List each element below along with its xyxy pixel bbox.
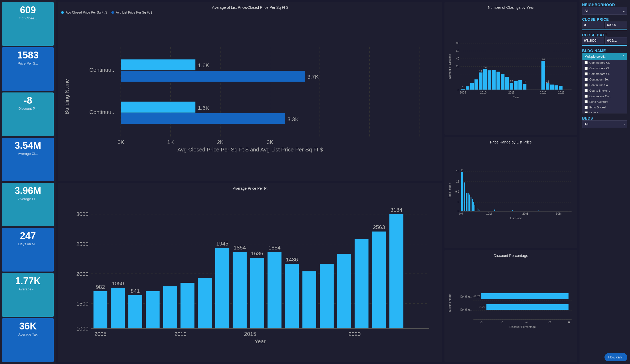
- closings-title: Number of Closings by Year: [448, 5, 574, 10]
- kpi-card-1[interactable]: 1583Price Per S...: [2, 47, 54, 91]
- svg-text:1854: 1854: [268, 244, 281, 251]
- kpi-label-5: Days on M...: [4, 242, 52, 246]
- svg-rect-40: [163, 286, 177, 328]
- svg-text:16: 16: [546, 80, 549, 83]
- bldg-header[interactable]: Multiple seleti... ⌃: [582, 53, 627, 60]
- kpi-card-5[interactable]: 247Days on M...: [2, 228, 54, 272]
- svg-text:-2: -2: [548, 321, 551, 324]
- kpi-card-3[interactable]: 3.54MAverage Cl...: [2, 138, 54, 181]
- svg-text:1486: 1486: [286, 256, 298, 263]
- svg-rect-130: [472, 199, 473, 211]
- bldg-item-8[interactable]: Echo Brickell: [582, 105, 627, 110]
- svg-text:40: 40: [456, 57, 459, 60]
- close-price-inputs: [582, 22, 627, 28]
- bldg-checkbox-4[interactable]: [585, 83, 588, 87]
- close-date-end[interactable]: [605, 37, 627, 44]
- svg-text:2020: 2020: [540, 91, 547, 94]
- bldg-item-6[interactable]: Courvoisier Co...: [582, 94, 627, 99]
- svg-rect-49: [267, 252, 281, 328]
- svg-text:10M: 10M: [486, 212, 492, 215]
- svg-text:9 9: 9 9: [455, 190, 459, 193]
- close-date-slider[interactable]: [582, 45, 627, 46]
- bldg-item-5[interactable]: Courts Brickell ...: [582, 88, 627, 94]
- beds-chevron: ⌵: [623, 122, 625, 126]
- svg-rect-86: [483, 69, 487, 90]
- kpi-card-4[interactable]: 3.96MAverage Li...: [2, 183, 54, 226]
- svg-rect-15: [121, 71, 305, 82]
- svg-text:2020: 2020: [348, 331, 361, 337]
- svg-text:Continu...: Continu...: [460, 308, 472, 311]
- bldg-item-1[interactable]: Commodore Cl...: [582, 66, 627, 71]
- svg-rect-81: [466, 86, 469, 90]
- bldg-item-label-8: Echo Brickell: [589, 106, 606, 109]
- svg-rect-37: [128, 295, 142, 328]
- beds-value: All: [585, 122, 588, 126]
- how-can-button[interactable]: How can I: [604, 353, 627, 361]
- svg-text:1854: 1854: [234, 244, 246, 251]
- bldg-checkbox-9[interactable]: [585, 111, 588, 113]
- svg-text:13: 13: [456, 170, 459, 173]
- svg-text:11: 11: [456, 180, 459, 183]
- bldg-checkbox-1[interactable]: [585, 67, 588, 70]
- bldg-item-4[interactable]: Continuum So...: [582, 82, 627, 88]
- bldg-checkbox-7[interactable]: [585, 100, 588, 103]
- bldg-checkbox-6[interactable]: [585, 95, 588, 98]
- bldg-item-label-7: Echo Aventura: [589, 100, 608, 103]
- kpi-value-1: 1583: [4, 50, 52, 61]
- bldg-checkbox-5[interactable]: [585, 89, 588, 92]
- svg-text:2015: 2015: [508, 91, 515, 94]
- bldg-item-9[interactable]: Elysee: [582, 110, 627, 113]
- svg-text:2500: 2500: [76, 241, 89, 247]
- close-price-min[interactable]: [582, 22, 604, 28]
- bldg-checkbox-3[interactable]: [585, 78, 588, 81]
- svg-rect-137: [494, 209, 495, 211]
- svg-text:Year: Year: [255, 338, 266, 344]
- bldg-checkbox-8[interactable]: [585, 106, 588, 109]
- bldg-item-3[interactable]: Continuum So...: [582, 77, 627, 82]
- bldg-item-0[interactable]: Commodore Cl...: [582, 60, 627, 66]
- bldg-item-label-2: Commodore Cl...: [589, 72, 611, 75]
- svg-text:1K: 1K: [167, 139, 174, 145]
- bldg-item-label-0: Commodore Cl...: [589, 61, 611, 64]
- kpi-card-2[interactable]: -8Discount P...: [2, 92, 54, 136]
- close-price-slider[interactable]: [582, 29, 627, 30]
- svg-rect-104: [555, 85, 558, 90]
- legend-closed: Avg Closed Price Per Sq Ft $: [61, 11, 107, 14]
- bar-chart-container: Average of List Price/Closed Price Per S…: [58, 2, 442, 181]
- beds-select[interactable]: All ⌵: [582, 120, 627, 128]
- svg-rect-134: [477, 208, 477, 211]
- neighborhood-select[interactable]: All ⌵: [582, 7, 627, 15]
- svg-rect-51: [285, 264, 299, 328]
- kpi-card-6[interactable]: 1.77KAverage - ...: [2, 273, 54, 317]
- svg-rect-54: [320, 264, 334, 328]
- svg-text:-6: -6: [501, 321, 503, 324]
- svg-text:2010: 2010: [174, 331, 187, 337]
- close-price-max[interactable]: [605, 22, 627, 28]
- neighborhood-section: Neighborhood All ⌵: [582, 3, 627, 15]
- price-range-title: Price Range by List Price: [448, 140, 574, 144]
- kpi-value-0: 609: [4, 5, 52, 15]
- kpi-card-0[interactable]: 609# of Close...: [2, 2, 54, 46]
- svg-rect-136: [479, 210, 480, 211]
- svg-text:15: 15: [523, 80, 526, 83]
- svg-text:List Price: List Price: [510, 216, 522, 219]
- bldg-item-2[interactable]: Commodore Cl...: [582, 71, 627, 77]
- svg-rect-99: [541, 61, 545, 90]
- svg-text:0: 0: [568, 321, 570, 324]
- kpi-card-7[interactable]: 36KAverage Tax: [2, 318, 54, 362]
- bldg-item-label-1: Commodore Cl...: [589, 67, 611, 70]
- legend-closed-label: Avg Closed Price Per Sq Ft $: [66, 11, 107, 14]
- svg-rect-13: [121, 60, 196, 70]
- bldg-item-7[interactable]: Echo Aventura: [582, 99, 627, 105]
- svg-text:Year: Year: [513, 96, 519, 99]
- close-date-start[interactable]: [582, 37, 604, 44]
- neighborhood-chevron: ⌵: [623, 9, 625, 13]
- bldg-checkbox-2[interactable]: [585, 72, 588, 75]
- neighborhood-value: All: [585, 9, 588, 13]
- svg-text:Building Name: Building Name: [448, 294, 451, 312]
- kpi-value-7: 36K: [4, 321, 52, 332]
- legend-list-dot: [111, 11, 114, 14]
- close-date-section: Close Date: [582, 33, 627, 46]
- bldg-checkbox-0[interactable]: [585, 61, 588, 64]
- svg-text:2563: 2563: [373, 224, 385, 230]
